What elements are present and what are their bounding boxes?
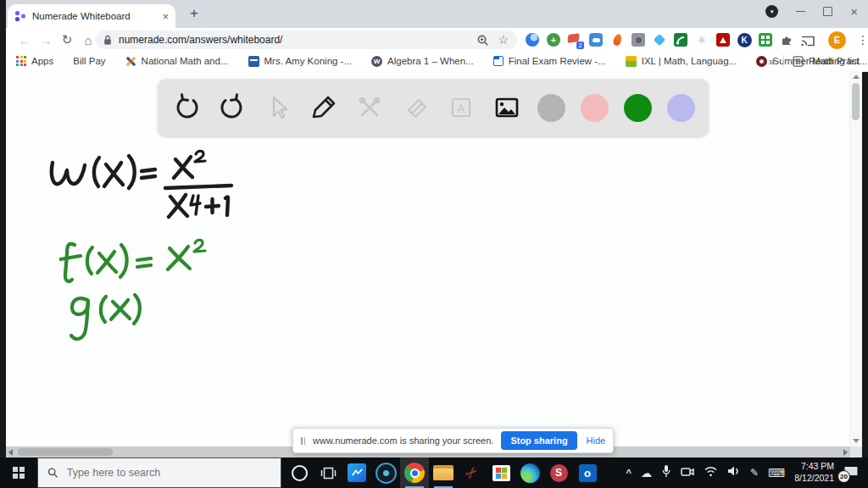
chrome-taskbar-button[interactable] — [400, 458, 429, 488]
bookmark-algebra-1[interactable]: W Algebra 1 – When... — [371, 56, 474, 67]
tray-chevron-icon[interactable]: ^ — [626, 468, 632, 478]
pen-tool-button[interactable] — [309, 92, 339, 123]
new-tab-button[interactable]: + — [186, 5, 203, 22]
extension-green-grid-icon[interactable] — [758, 32, 773, 47]
volume-icon[interactable] — [727, 465, 741, 480]
whiteboard-canvas[interactable]: A — [6, 71, 862, 458]
bookmark-mrs-amy-koning[interactable]: Mrs. Amy Koning -... — [248, 56, 353, 67]
apps-shortcut[interactable]: Apps — [16, 56, 53, 66]
extension-snowflake-icon[interactable]: ✳ — [694, 32, 709, 47]
extension-blue-cloud-icon[interactable] — [588, 32, 604, 47]
extensions-puzzle-icon[interactable] — [779, 32, 794, 47]
reload-button[interactable]: ↻ — [57, 30, 77, 50]
reading-list-button[interactable]: Reading list — [793, 56, 860, 67]
color-swatch-pink[interactable] — [581, 94, 609, 122]
store-bag-icon — [492, 465, 510, 481]
color-swatch-purple[interactable] — [667, 94, 695, 122]
numerade-favicon — [14, 10, 26, 22]
scroll-up-arrow-icon[interactable] — [853, 75, 860, 79]
start-button[interactable] — [0, 458, 37, 488]
extension-blue-dial-icon[interactable] — [525, 32, 540, 47]
scroll-right-arrow-icon[interactable] — [843, 449, 848, 456]
browser-tab[interactable]: Numerade Whiteboard × — [8, 4, 175, 28]
outlook-button[interactable]: o — [573, 458, 602, 488]
snip-app-button[interactable]: ✂ — [458, 458, 487, 488]
text-tool-button[interactable]: A — [446, 92, 476, 123]
vertical-scroll-thumb[interactable] — [852, 83, 860, 120]
file-explorer-button[interactable] — [429, 458, 458, 488]
screen-share-banner: www.numerade.com is sharing your screen.… — [292, 428, 614, 453]
profile-chevron-icon[interactable]: ▾ — [765, 5, 778, 18]
store-button[interactable] — [487, 458, 515, 488]
bookmark-final-exam-review[interactable]: Final Exam Review -... — [493, 56, 606, 66]
onedrive-cloud-icon[interactable]: ☁ — [641, 467, 652, 480]
extension-blue-diamond-icon[interactable] — [652, 32, 667, 47]
zoom-icon[interactable] — [476, 34, 489, 47]
wordpress-favicon: W — [371, 56, 382, 67]
bookmark-ixl[interactable]: IXL | Math, Languag... — [626, 56, 737, 67]
extension-green-cast-icon[interactable] — [673, 32, 688, 47]
extension-gray-stamp-icon[interactable] — [631, 32, 646, 47]
vertical-scrollbar[interactable] — [849, 71, 862, 446]
cortana-button[interactable] — [285, 458, 314, 488]
touch-keyboard-icon[interactable]: ⌨ — [768, 466, 785, 480]
cast-icon[interactable] — [800, 32, 815, 47]
task-view-button[interactable] — [314, 458, 342, 488]
shapes-tool-button[interactable] — [354, 92, 385, 123]
lock-icon — [103, 35, 112, 46]
taskbar-search[interactable] — [37, 458, 281, 488]
handwriting-f-equation — [59, 237, 233, 286]
color-swatch-green[interactable] — [624, 94, 652, 122]
browser-toolbar: ← → ↻ ⌂ numerade.com/answers/whiteboard/… — [6, 28, 868, 52]
restore-button[interactable] — [823, 7, 832, 16]
bookmark-national-math[interactable]: National Math and... — [125, 56, 229, 67]
bookmark-star-icon[interactable]: ☆ — [498, 33, 509, 47]
minimize-button[interactable] — [796, 11, 805, 12]
system-tray: ^ ☁ ✎ ⌨ 7:43 PM 8/12/2021 — [626, 458, 868, 488]
scroll-down-arrow-icon[interactable] — [853, 439, 860, 443]
recorder-app-button[interactable] — [371, 458, 400, 488]
extension-k-icon[interactable]: K — [737, 32, 752, 47]
stop-sharing-button[interactable]: Stop sharing — [501, 431, 576, 450]
extension-badge: 2 — [576, 42, 584, 49]
extension-pdf-icon[interactable] — [715, 32, 731, 47]
camera-icon[interactable] — [681, 465, 694, 480]
search-icon — [47, 467, 58, 479]
bookmarks-overflow-chevron[interactable]: » — [769, 55, 775, 68]
extension-green-plus-icon[interactable]: + — [546, 32, 561, 47]
redo-button[interactable] — [217, 92, 248, 123]
bookmark-bill-pay[interactable]: Bill Pay — [73, 56, 105, 66]
x-ribbon-favicon — [125, 56, 136, 67]
s-app-button[interactable]: S — [544, 458, 573, 488]
edge-button[interactable] — [515, 458, 544, 488]
mail-app-button[interactable] — [342, 458, 371, 488]
close-button[interactable]: × — [850, 5, 858, 18]
pen-icon[interactable]: ✎ — [750, 467, 759, 479]
browser-menu-icon[interactable]: ⋮ — [857, 33, 868, 47]
undo-button[interactable] — [171, 92, 202, 123]
blue-window-favicon — [493, 56, 504, 66]
eraser-tool-button[interactable] — [400, 92, 431, 123]
extension-orange-flame-icon[interactable] — [609, 32, 625, 47]
notification-center-button[interactable]: 20 — [843, 466, 860, 480]
back-button[interactable]: ← — [14, 30, 35, 50]
extensions-row: + 2 ✳ — [525, 30, 868, 50]
drag-handle-icon[interactable] — [301, 437, 305, 445]
extension-red-badge-icon[interactable]: 2 — [567, 32, 582, 47]
clock-date: 8/12/2021 — [794, 473, 834, 483]
microphone-icon[interactable] — [661, 464, 671, 481]
taskbar-clock[interactable]: 7:43 PM 8/12/2021 — [794, 461, 834, 484]
horizontal-scroll-thumb[interactable] — [18, 448, 113, 456]
wifi-icon[interactable] — [704, 465, 718, 480]
search-input[interactable] — [65, 466, 271, 480]
color-swatch-gray[interactable] — [537, 94, 565, 122]
address-bar[interactable]: numerade.com/answers/whiteboard/ ☆ — [95, 30, 517, 49]
handwriting-w-equation — [47, 149, 242, 227]
scroll-left-arrow-icon[interactable] — [8, 449, 13, 456]
profile-avatar[interactable]: E — [828, 31, 846, 49]
forward-button[interactable]: → — [36, 30, 56, 50]
image-tool-button[interactable] — [492, 92, 522, 123]
hide-banner-link[interactable]: Hide — [587, 435, 606, 446]
tab-close-icon[interactable]: × — [162, 10, 169, 23]
select-tool-button[interactable] — [263, 92, 293, 123]
